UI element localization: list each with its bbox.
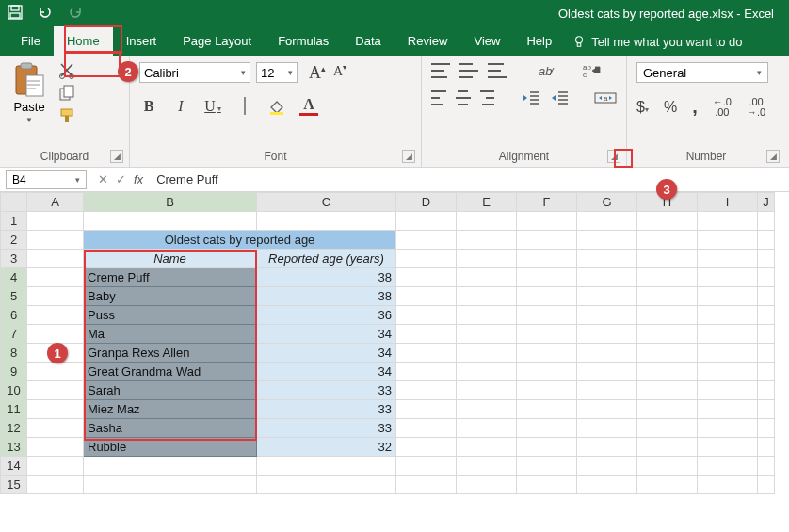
border-button[interactable] xyxy=(235,98,254,115)
cell-J13[interactable] xyxy=(758,438,775,457)
cell-B6[interactable]: Puss xyxy=(84,306,257,325)
cell-B13[interactable]: Rubble xyxy=(84,438,257,457)
cell-J6[interactable] xyxy=(758,306,775,325)
font-dialog-launcher[interactable]: ◢ xyxy=(402,150,415,163)
worksheet-grid[interactable]: ABCDEFGHIJ12Oldest cats by reported age3… xyxy=(0,192,789,494)
cell-B4[interactable]: Creme Puff xyxy=(84,268,257,287)
cell-I7[interactable] xyxy=(698,325,758,344)
cell-F15[interactable] xyxy=(517,476,577,494)
cell-I9[interactable] xyxy=(698,363,758,381)
cell-J2[interactable] xyxy=(758,231,775,250)
cell-H7[interactable] xyxy=(637,325,698,344)
fill-color-button[interactable] xyxy=(267,98,286,115)
cell-C5[interactable]: 38 xyxy=(257,287,396,306)
cell-F4[interactable] xyxy=(517,268,577,287)
cell-D5[interactable] xyxy=(396,287,457,306)
font-name-select[interactable]: Calibri▾ xyxy=(139,62,250,83)
row-header-13[interactable]: 13 xyxy=(1,438,27,457)
cancel-icon[interactable]: ✕ xyxy=(98,172,108,186)
cell-B3[interactable]: Name xyxy=(84,250,257,268)
cell-D1[interactable] xyxy=(396,212,457,231)
cell-D9[interactable] xyxy=(396,363,457,381)
cell-H6[interactable] xyxy=(637,306,698,325)
cell-I3[interactable] xyxy=(698,250,758,268)
cell-D13[interactable] xyxy=(396,438,457,457)
cell-D7[interactable] xyxy=(396,325,457,344)
col-header-F[interactable]: F xyxy=(517,193,577,212)
cell-G10[interactable] xyxy=(577,381,637,400)
cell-B11[interactable]: Miez Maz xyxy=(84,400,257,419)
cell-J3[interactable] xyxy=(758,250,775,268)
cell-I12[interactable] xyxy=(698,419,758,438)
copy-icon[interactable] xyxy=(58,85,77,102)
cell-H15[interactable] xyxy=(637,476,698,494)
col-header-B[interactable]: B xyxy=(84,193,257,212)
cell-D12[interactable] xyxy=(396,419,457,438)
cell-H5[interactable] xyxy=(637,287,698,306)
cell-H10[interactable] xyxy=(637,381,698,400)
select-all-corner[interactable] xyxy=(1,193,27,212)
cell-J7[interactable] xyxy=(758,325,775,344)
cell-F6[interactable] xyxy=(517,306,577,325)
cell-F12[interactable] xyxy=(517,419,577,438)
cell-F14[interactable] xyxy=(517,457,577,476)
font-size-select[interactable]: 12▾ xyxy=(256,62,298,83)
cell-D8[interactable] xyxy=(396,344,457,363)
cell-I14[interactable] xyxy=(698,457,758,476)
row-header-11[interactable]: 11 xyxy=(1,400,27,419)
col-header-I[interactable]: I xyxy=(698,193,758,212)
cell-J12[interactable] xyxy=(758,419,775,438)
increase-indent-icon[interactable] xyxy=(551,90,570,105)
decrease-decimal-icon[interactable]: .00→.0 xyxy=(747,97,765,118)
redo-icon[interactable] xyxy=(68,5,83,23)
cell-E10[interactable] xyxy=(457,381,517,400)
tab-file[interactable]: File xyxy=(8,26,54,56)
cell-E5[interactable] xyxy=(457,287,517,306)
fx-icon[interactable]: fx xyxy=(134,172,143,186)
cell-C11[interactable]: 33 xyxy=(257,400,396,419)
cell-I8[interactable] xyxy=(698,344,758,363)
cell-A6[interactable] xyxy=(27,306,84,325)
cell-I15[interactable] xyxy=(698,476,758,494)
cell-I2[interactable] xyxy=(698,231,758,250)
cell-J14[interactable] xyxy=(758,457,775,476)
enter-icon[interactable]: ✓ xyxy=(116,172,126,186)
cell-F5[interactable] xyxy=(517,287,577,306)
cell-E8[interactable] xyxy=(457,344,517,363)
cell-F7[interactable] xyxy=(517,325,577,344)
cell-A11[interactable] xyxy=(27,400,84,419)
align-right-icon[interactable] xyxy=(480,90,495,105)
tab-help[interactable]: Help xyxy=(513,26,565,56)
cell-C10[interactable]: 33 xyxy=(257,381,396,400)
bold-button[interactable]: B xyxy=(139,98,158,115)
wrap-text-icon[interactable]: abc xyxy=(582,62,603,79)
cell-A4[interactable] xyxy=(27,268,84,287)
cell-D14[interactable] xyxy=(396,457,457,476)
cell-A9[interactable] xyxy=(27,363,84,381)
cell-B7[interactable]: Ma xyxy=(84,325,257,344)
cell-I13[interactable] xyxy=(698,438,758,457)
cell-H12[interactable] xyxy=(637,419,698,438)
cell-G4[interactable] xyxy=(577,268,637,287)
row-header-4[interactable]: 4 xyxy=(1,268,27,287)
cell-C1[interactable] xyxy=(257,212,396,231)
cell-I4[interactable] xyxy=(698,268,758,287)
cell-C15[interactable] xyxy=(257,476,396,494)
cell-E1[interactable] xyxy=(457,212,517,231)
cell-J5[interactable] xyxy=(758,287,775,306)
number-dialog-launcher[interactable]: ◢ xyxy=(766,150,780,163)
cell-H11[interactable] xyxy=(637,400,698,419)
align-middle-icon[interactable] xyxy=(459,63,478,78)
align-top-icon[interactable] xyxy=(431,63,450,78)
cell-D10[interactable] xyxy=(396,381,457,400)
cut-icon[interactable] xyxy=(58,62,77,79)
cell-F10[interactable] xyxy=(517,381,577,400)
cell-E9[interactable] xyxy=(457,363,517,381)
cell-H9[interactable] xyxy=(637,363,698,381)
cell-H4[interactable] xyxy=(637,268,698,287)
cell-F13[interactable] xyxy=(517,438,577,457)
cell-F1[interactable] xyxy=(517,212,577,231)
paste-button[interactable]: Paste ▼ xyxy=(9,62,49,124)
cell-C7[interactable]: 34 xyxy=(257,325,396,344)
row-header-9[interactable]: 9 xyxy=(1,363,27,381)
